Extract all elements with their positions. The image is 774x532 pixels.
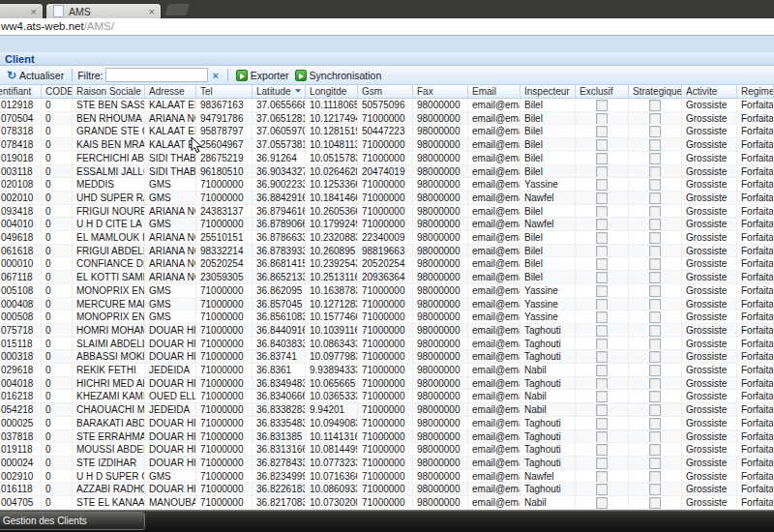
column-header-exclusif[interactable]: Exclusif	[576, 85, 629, 99]
table-row[interactable]: 0040180HICHRI MED ALIDOUAR HIC...7100000…	[0, 377, 774, 391]
table-row[interactable]: 0003180ABBASSI MOKHTARDOUAR HIC...710000…	[0, 350, 774, 364]
column-header-raison_sociale[interactable]: Raison Sociale	[73, 85, 145, 99]
cell-code: 0	[42, 152, 73, 165]
column-header-fax[interactable]: Fax	[413, 85, 468, 99]
exclusif-checkbox	[596, 311, 608, 323]
table-row[interactable]: 0191180MOUSSI ABDELHA...DOUAR HIC...7100…	[0, 443, 774, 457]
table-row[interactable]: 0000100CONFIANCE DE D...ARIANA NORD20520…	[0, 257, 774, 271]
table-row[interactable]: 0705040BEN RHOUMA MO...ARIANA NORD947917…	[0, 112, 774, 126]
cell-code: 0	[42, 205, 73, 219]
exporter-button[interactable]: Exporter	[233, 69, 292, 82]
table-row[interactable]: 0616180FRIGUI ABDELLATIFARIANA NORD98332…	[0, 245, 774, 258]
table-row[interactable]: 0542180CHAOUACHI MEH...JEDEIDA7100000036…	[0, 403, 774, 417]
cell-tel: 98367163	[196, 99, 253, 112]
table-row[interactable]: 0020100UHD SUPER RAO...GMS7100000036.884…	[0, 192, 774, 205]
column-header-adresse[interactable]: Adresse	[145, 85, 196, 99]
actualiser-button[interactable]: ↻ Actualiser	[4, 69, 67, 82]
strategique-checkbox	[649, 325, 661, 337]
strategique-checkbox	[649, 299, 661, 310]
cell-gsm: 71000000	[358, 284, 413, 298]
table-row[interactable]: 0757180HOMRI MOHAMMEDDOUAR HIC...7100000…	[0, 324, 774, 338]
table-row[interactable]: 0000250BARAKATI ABDEL...DOUAR HIC...7100…	[0, 417, 774, 430]
exclusif-checkbox	[596, 378, 608, 390]
table-row[interactable]: 0378180STE ERRAHMA EA...DOUAR HIC...7100…	[0, 430, 774, 444]
cell-regime: Forfaitaire	[737, 271, 774, 284]
clear-filter-icon[interactable]: ×	[208, 70, 222, 81]
table-row[interactable]: 0029100U H D SUPER OU...GMS7100000036.82…	[0, 470, 774, 484]
cell-gsm: 71000000	[358, 152, 413, 165]
synchronisation-button[interactable]: Synchronisation	[292, 69, 385, 82]
table-row[interactable]: 0784180KAIS BEN MRAD B...KALAAT EL ...25…	[0, 138, 774, 152]
column-header-gsm[interactable]: Gsm	[358, 85, 413, 99]
column-header-label: Fax	[417, 86, 433, 97]
strategique-checkbox	[649, 126, 661, 137]
cell-tel: 71000000	[196, 430, 253, 444]
table-row[interactable]: 0201080MEDDISGMS7100000036.90022333...10…	[0, 178, 774, 192]
column-header-activite[interactable]: Activite	[682, 85, 737, 99]
url-bar[interactable]: ww4.ats-web.net/AMS/	[0, 18, 774, 36]
table-row[interactable]: 0000240STE IZDIHARDOUAR HIC...7100000036…	[0, 457, 774, 470]
cell-fax: 98000000	[413, 403, 468, 417]
column-header-latitude[interactable]: Latitude	[253, 85, 306, 99]
strategique-checkbox	[649, 431, 661, 443]
exclusif-checkbox	[596, 285, 608, 297]
strategique-checkbox	[649, 497, 661, 509]
table-row[interactable]: 0190180FERCHICHI ABDA...SIDI THABET28675…	[0, 152, 774, 165]
table-row[interactable]: 0783180GRANDE STE CO...KALAAT EL ...9587…	[0, 125, 774, 138]
table-row[interactable]: 0040100U H D CITE LA GH...GMS7100000036.…	[0, 218, 774, 231]
table-row[interactable]: 0005080MONOPRIX ENNA...GMS7100000036.856…	[0, 310, 774, 324]
table-row[interactable]: 0004080MERCURE MARKE...GMS7100000036.857…	[0, 298, 774, 311]
cell-strategique	[629, 271, 682, 284]
column-header-strategique[interactable]: Strategique	[629, 85, 682, 99]
table-row[interactable]: 0151180SLAIMI ABDELLATIFDOUAR HIC...7100…	[0, 338, 774, 351]
table-row[interactable]: 0934180FRIGUI NOURED...ARIANA NORD243831…	[0, 205, 774, 219]
tab-close-icon[interactable]: ×	[31, 7, 37, 16]
cell-strategique	[629, 470, 682, 484]
table-row[interactable]: 0047050STE EL KANAAMANOUBA7100000036.821…	[0, 496, 774, 510]
cell-strategique	[629, 125, 682, 138]
column-header-identifiant[interactable]: Identifiant	[0, 85, 42, 99]
cell-exclusif	[576, 338, 629, 351]
cell-exclusif	[576, 298, 629, 311]
strategique-checkbox	[649, 139, 661, 151]
cell-strategique	[629, 138, 682, 152]
tab-close-icon[interactable]: ×	[149, 7, 155, 16]
new-tab-button[interactable]	[164, 4, 190, 15]
cell-regime: Forfaitaire	[737, 483, 774, 496]
browser-tab-partial[interactable]: ×	[0, 3, 44, 18]
cell-tel: 71000000	[196, 457, 253, 470]
table-row[interactable]: 0162180KHEZAMI KAMELOUED ELLIL7100000036…	[0, 390, 774, 403]
table-row[interactable]: 0051080MONOPRIX ENNA...GMS7100000036.862…	[0, 284, 774, 298]
column-header-tel[interactable]: Tel	[196, 85, 253, 99]
column-header-longitde[interactable]: Longitde	[306, 85, 358, 99]
filter-input[interactable]	[105, 68, 208, 82]
cell-tel: 71000000	[196, 443, 253, 457]
table-row[interactable]: 0161180AZZABI RADHOUANDOUAR HIC...710000…	[0, 483, 774, 496]
cell-longitde: 10.08609333...	[306, 483, 358, 496]
cell-raison_sociale: U H D SUPER OU...	[73, 470, 145, 484]
cell-inspecteur: Nawfel	[521, 218, 576, 231]
column-header-label: Activite	[686, 86, 717, 97]
cell-gsm: 71000000	[358, 483, 413, 496]
cell-code: 0	[42, 350, 73, 364]
browser-tab-active[interactable]: AMS ×	[45, 3, 162, 18]
table-row[interactable]: 0496180EL MAMLOUK IMEDARIANA NORD2551015…	[0, 231, 774, 245]
column-header-inspecteur[interactable]: Inspecteur	[521, 85, 576, 99]
table-row[interactable]: 0031180ESSALMI JALLOULSIDI THABET9618051…	[0, 165, 774, 179]
cell-tel: 71000000	[196, 417, 253, 430]
column-header-email[interactable]: Email	[468, 85, 521, 99]
cell-latitude: 37.06059701...	[253, 125, 306, 138]
strategique-checkbox	[649, 206, 661, 218]
table-row[interactable]: 0671180EL KOTTI SAMIARIANA NORD230593053…	[0, 271, 774, 284]
table-row[interactable]: 0296180REKIK FETHIJEDEIDA7100000036.8361…	[0, 364, 774, 377]
cell-tel: 28675219	[196, 152, 253, 165]
cell-regime: Forfaitaire	[737, 178, 774, 192]
cell-latitude: 36.87890666...	[253, 218, 306, 231]
cell-identifiant: 004010	[0, 218, 42, 231]
cell-adresse: GMS	[145, 192, 196, 205]
table-row[interactable]: 0129180STE BEN SASSI F...KALAAT EL ...98…	[0, 99, 774, 112]
cell-longitde: 10.10481133...	[306, 138, 358, 152]
gestion-des-clients-button[interactable]: Gestion des Clients	[0, 512, 145, 530]
column-header-regime[interactable]: Regime	[737, 85, 774, 99]
column-header-code[interactable]: CODE	[42, 85, 73, 99]
